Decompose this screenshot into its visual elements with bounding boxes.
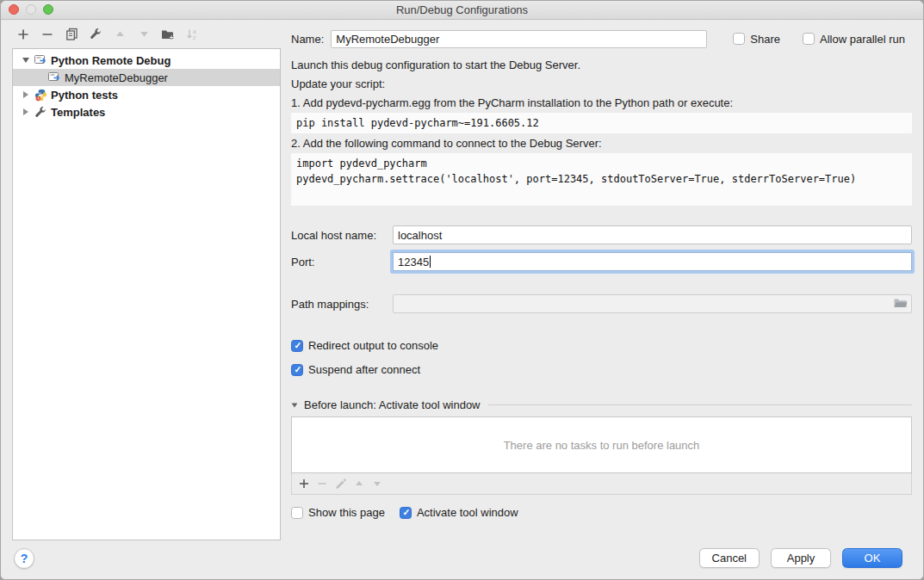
checkbox-checked[interactable] <box>291 364 303 376</box>
tree-item-python-tests[interactable]: Python tests <box>13 86 280 103</box>
new-folder-icon[interactable] <box>158 26 177 43</box>
tree-item-label: Python Remote Debug <box>51 54 171 67</box>
configurations-sidebar: az Python Remote Debug MyRemoteDebugger <box>1 20 281 540</box>
redirect-output-checkbox[interactable]: Redirect output to console <box>291 339 912 352</box>
show-this-page-checkbox[interactable]: Show this page <box>291 506 385 519</box>
path-mappings-label: Path mappings: <box>291 298 393 311</box>
empty-tasks-message: There are no tasks to run before launch <box>504 439 700 452</box>
remote-debug-config-icon <box>47 71 62 84</box>
remote-debug-config-icon <box>33 53 48 67</box>
collapse-section-icon[interactable] <box>292 403 298 407</box>
share-checkbox[interactable]: Share <box>733 33 780 46</box>
instruction-line-2: Update your script: <box>291 75 912 94</box>
remove-task-icon <box>317 478 327 489</box>
suspend-after-connect-checkbox[interactable]: Suspend after connect <box>291 363 912 376</box>
svg-text:z: z <box>193 34 195 40</box>
port-input[interactable]: 12345 <box>393 252 912 271</box>
zoom-window-button[interactable] <box>43 4 53 15</box>
configuration-form: Name: Share Allow parallel run Launch th… <box>281 20 923 540</box>
expand-open-icon[interactable] <box>19 58 33 63</box>
minimize-window-button <box>26 4 36 15</box>
settrace-code-line-2: pydevd_pycharm.settrace('localhost', por… <box>296 171 907 187</box>
expand-closed-icon[interactable] <box>19 108 33 115</box>
close-window-button[interactable] <box>9 4 19 15</box>
window-title: Run/Debug Configurations <box>396 3 528 16</box>
instruction-line-1: Launch this debug configuration to start… <box>291 56 912 75</box>
traffic-lights <box>9 4 53 15</box>
local-host-name-input[interactable] <box>393 225 912 244</box>
checkbox-unchecked[interactable] <box>733 33 745 45</box>
text-cursor <box>430 256 431 268</box>
move-task-up-icon <box>354 478 364 489</box>
svg-text:a: a <box>193 28 196 34</box>
port-label: Port: <box>291 256 393 268</box>
settrace-code-line-1: import pydevd_pycharm <box>296 156 907 171</box>
add-task-icon[interactable] <box>299 478 309 489</box>
tree-item-label: Python tests <box>51 89 118 102</box>
tree-item-myremotedebugger[interactable]: MyRemoteDebugger <box>13 69 280 86</box>
python-tests-icon <box>33 89 48 102</box>
wrench-icon <box>33 106 48 119</box>
before-launch-tasks-list[interactable]: There are no tasks to run before launch <box>291 416 912 473</box>
local-host-name-label: Local host name: <box>291 229 393 242</box>
dialog-footer: ? Cancel Apply OK <box>1 540 923 579</box>
section-divider <box>488 404 912 405</box>
checkbox-checked[interactable] <box>291 340 303 352</box>
activate-tool-window-checkbox[interactable]: Activate tool window <box>400 506 518 519</box>
allow-parallel-run-checkbox[interactable]: Allow parallel run <box>803 33 905 46</box>
instruction-step-2: 2. Add the following command to connect … <box>291 134 912 153</box>
edit-configuration-wrench-icon[interactable] <box>86 26 105 43</box>
configurations-toolbar: az <box>12 20 281 48</box>
settrace-code: import pydevd_pycharm pydevd_pycharm.set… <box>291 153 912 206</box>
tree-item-label: MyRemoteDebugger <box>65 71 168 84</box>
run-debug-configurations-dialog: Run/Debug Configurations <box>0 0 924 580</box>
instruction-step-1: 1. Add pydevd-pycharm.egg from the PyCha… <box>291 94 912 113</box>
title-bar[interactable]: Run/Debug Configurations <box>1 1 923 20</box>
ok-button[interactable]: OK <box>842 548 902 568</box>
configurations-tree: Python Remote Debug MyRemoteDebugger Pyt… <box>12 48 281 540</box>
apply-button[interactable]: Apply <box>771 548 831 568</box>
name-input[interactable] <box>331 30 707 48</box>
expand-closed-icon[interactable] <box>19 91 33 98</box>
move-task-down-icon <box>372 478 382 489</box>
help-button[interactable]: ? <box>14 548 34 569</box>
tree-item-label: Templates <box>51 106 105 119</box>
copy-configuration-icon[interactable] <box>62 26 81 43</box>
move-up-icon <box>110 26 129 43</box>
checkbox-unchecked[interactable] <box>291 507 303 519</box>
checkbox-unchecked[interactable] <box>803 33 815 45</box>
path-mappings-input[interactable] <box>393 294 912 313</box>
edit-task-pencil-icon <box>335 478 346 490</box>
name-label: Name: <box>291 33 324 46</box>
pip-install-code: pip install pydevd-pycharm~=191.6605.12 <box>291 113 912 133</box>
add-configuration-icon[interactable] <box>14 26 33 43</box>
tree-item-templates[interactable]: Templates <box>13 103 280 120</box>
remove-configuration-icon[interactable] <box>38 26 57 43</box>
before-launch-section-header[interactable]: Before launch: Activate tool window <box>291 398 912 411</box>
question-mark-icon: ? <box>21 552 28 565</box>
tree-item-python-remote-debug[interactable]: Python Remote Debug <box>13 52 280 69</box>
tasks-toolbar <box>291 473 912 495</box>
checkbox-checked[interactable] <box>400 507 412 519</box>
move-down-icon <box>134 26 153 43</box>
sort-alphabetically-icon: az <box>183 26 202 43</box>
browse-folder-icon[interactable] <box>893 297 908 310</box>
cancel-button[interactable]: Cancel <box>699 548 760 568</box>
before-launch-title: Before launch: Activate tool window <box>304 398 481 411</box>
